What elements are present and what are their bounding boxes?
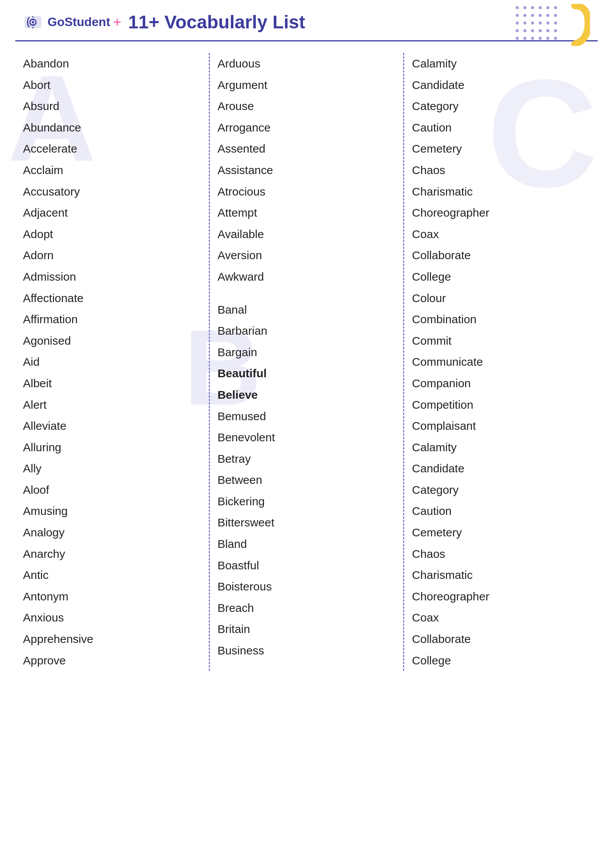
list-item: Caution — [412, 117, 590, 138]
header: GoStudent + 11+ Vocabularly List — [0, 0, 613, 40]
list-item: Alleviate — [23, 415, 201, 437]
list-item: Banal — [218, 299, 396, 321]
list-item: Alert — [23, 394, 201, 416]
svg-point-13 — [546, 14, 549, 17]
header-decoration — [513, 4, 590, 48]
list-item: College — [412, 266, 590, 288]
list-item: Candidate — [412, 74, 590, 96]
list-item: Breach — [218, 597, 396, 619]
svg-point-4 — [523, 6, 526, 9]
list-item: Accusatory — [23, 181, 201, 202]
svg-point-17 — [531, 21, 534, 25]
list-item: Antic — [23, 564, 201, 586]
list-item: Category — [412, 95, 590, 117]
list-item: Amusing — [23, 500, 201, 522]
list-item: Bickering — [218, 491, 396, 512]
list-item: Cemetery — [412, 522, 590, 543]
list-item: Adjacent — [23, 202, 201, 224]
list-item: Communicate — [412, 351, 590, 373]
list-item: Acclaim — [23, 159, 201, 181]
list-item: Abundance — [23, 117, 201, 138]
list-item: Assented — [218, 138, 396, 159]
svg-point-21 — [516, 29, 519, 32]
list-item: College — [412, 650, 590, 671]
list-item: Admission — [23, 266, 201, 288]
svg-point-10 — [523, 14, 526, 17]
list-item: Combination — [412, 309, 590, 330]
list-item: Britain — [218, 618, 396, 640]
list-item: Aversion — [218, 245, 396, 266]
svg-point-32 — [554, 37, 557, 40]
list-item: Between — [218, 469, 396, 491]
list-item: Abort — [23, 74, 201, 96]
svg-point-5 — [531, 6, 534, 9]
list-item: Choreographer — [412, 202, 590, 224]
svg-point-2 — [32, 21, 34, 23]
list-item: Affectionate — [23, 288, 201, 309]
list-item: Candidate — [412, 458, 590, 479]
list-item: Assistance — [218, 159, 396, 181]
list-item: Affirmation — [23, 309, 201, 330]
list-item: Collaborate — [412, 628, 590, 650]
list-item: Believe — [218, 384, 396, 406]
list-item: Boisterous — [218, 576, 396, 597]
list-item: Caution — [412, 500, 590, 522]
list-item: Ally — [23, 458, 201, 479]
list-item: Anarchy — [23, 543, 201, 565]
svg-point-27 — [516, 37, 519, 40]
list-item: Calamity — [412, 437, 590, 458]
column-1: AbandonAbortAbsurdAbundanceAccelerateAcc… — [15, 53, 209, 671]
list-item: Betray — [218, 448, 396, 470]
list-item: Calamity — [412, 53, 590, 74]
list-item: Available — [218, 224, 396, 245]
list-item: Colour — [412, 288, 590, 309]
svg-point-22 — [523, 29, 526, 32]
content-area: A B C AbandonAbortAbsurdAbundanceAcceler… — [0, 53, 613, 671]
svg-point-23 — [531, 29, 534, 32]
svg-point-28 — [523, 37, 526, 40]
list-item: Beautiful — [218, 363, 396, 384]
svg-point-11 — [531, 14, 534, 17]
list-item: Arduous — [218, 53, 396, 74]
page-title: 11+ Vocabularly List — [128, 12, 305, 33]
list-item: Companion — [412, 373, 590, 394]
list-item: Benevolent — [218, 427, 396, 448]
svg-point-16 — [523, 21, 526, 25]
list-item: Business — [218, 640, 396, 661]
list-item: Analogy — [23, 522, 201, 543]
list-item: Cemetery — [412, 138, 590, 159]
list-item: Charismatic — [412, 564, 590, 586]
list-item: Awkward — [218, 266, 396, 288]
list-item: Coax — [412, 607, 590, 628]
column-2: ArduousArgumentArouseArroganceAssentedAs… — [210, 53, 403, 671]
svg-point-29 — [531, 37, 534, 40]
list-item: Choreographer — [412, 586, 590, 607]
list-item: Aloof — [23, 479, 201, 501]
list-item: Complaisant — [412, 415, 590, 437]
list-item: Category — [412, 479, 590, 501]
list-item: Attempt — [218, 202, 396, 224]
list-item: Arrogance — [218, 117, 396, 138]
list-item: Antonym — [23, 586, 201, 607]
svg-point-26 — [554, 29, 557, 32]
list-item: Alluring — [23, 437, 201, 458]
svg-point-8 — [554, 6, 557, 9]
list-item: Adopt — [23, 224, 201, 245]
header-divider — [15, 40, 598, 41]
list-item: Albeit — [23, 373, 201, 394]
list-item: Adorn — [23, 245, 201, 266]
list-item: Bland — [218, 533, 396, 555]
list-item: Apprehensive — [23, 628, 201, 650]
svg-point-18 — [539, 21, 542, 25]
list-item: Aid — [23, 351, 201, 373]
svg-point-24 — [539, 29, 542, 32]
list-item: Commit — [412, 330, 590, 352]
list-item: Competition — [412, 394, 590, 416]
svg-point-19 — [546, 21, 549, 25]
list-item: Barbarian — [218, 320, 396, 342]
logo-icon — [23, 12, 43, 32]
svg-point-9 — [516, 14, 519, 17]
list-item: Boastful — [218, 555, 396, 576]
svg-point-3 — [516, 6, 519, 9]
logo-area: GoStudent — [23, 12, 110, 32]
